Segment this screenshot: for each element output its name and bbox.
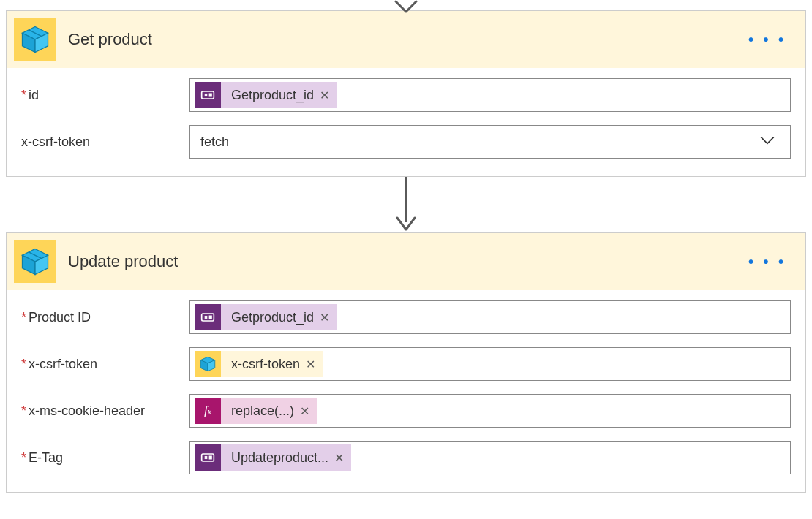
token-remove-button[interactable]: ✕ <box>306 357 315 371</box>
action-title: Get product <box>68 30 732 49</box>
action-menu-button[interactable]: • • • <box>744 29 791 51</box>
param-label: *Product ID <box>21 310 189 325</box>
param-value-cookie[interactable]: fx replace(...) ✕ <box>189 394 791 428</box>
param-value-etag[interactable]: Updateproduct... ✕ <box>189 441 791 474</box>
param-row-csrf: *x-csrf-token x-csrf-token ✕ <box>21 347 791 381</box>
action-menu-button[interactable]: • • • <box>744 251 791 273</box>
param-row-etag: *E-Tag Updateproduct... ✕ <box>21 441 791 474</box>
package-icon <box>195 351 221 377</box>
token-variable[interactable]: Getproduct_id ✕ <box>195 82 337 108</box>
action-header[interactable]: Get product • • • <box>7 11 805 68</box>
connector-icon <box>14 240 56 283</box>
token-text: Getproduct_id <box>231 88 314 103</box>
param-row-id: *id Getproduct_id ✕ <box>21 78 791 112</box>
connector-icon <box>14 18 56 61</box>
token-remove-button[interactable]: ✕ <box>320 311 329 325</box>
token-text: Updateproduct... <box>231 450 328 466</box>
svg-rect-5 <box>209 94 212 97</box>
param-row-product-id: *Product ID Getproduct_id ✕ <box>21 300 791 334</box>
token-text: Getproduct_id <box>231 310 314 325</box>
token-variable[interactable]: Updateproduct... ✕ <box>195 444 351 471</box>
param-row-cookie: *x-ms-cookie-header fx replace(...) ✕ <box>21 394 791 428</box>
action-body: *Product ID Getproduct_id ✕ *x-csrf-toke… <box>7 290 805 492</box>
action-title: Update product <box>68 252 732 271</box>
param-label: *id <box>21 88 189 103</box>
param-value-csrf[interactable]: fetch <box>189 125 791 159</box>
svg-rect-11 <box>202 314 214 321</box>
svg-rect-17 <box>209 456 212 460</box>
token-remove-button[interactable]: ✕ <box>300 404 309 418</box>
svg-rect-4 <box>202 91 214 99</box>
svg-rect-12 <box>209 316 212 319</box>
token-remove-button[interactable]: ✕ <box>320 88 329 102</box>
token-remove-button[interactable]: ✕ <box>334 451 344 465</box>
action-header[interactable]: Update product • • • <box>7 233 805 290</box>
param-label: *x-csrf-token <box>21 357 189 372</box>
chevron-down-icon <box>758 131 786 154</box>
action-body: *id Getproduct_id ✕ x-csrf-token fetch <box>7 68 805 176</box>
select-value: fetch <box>200 135 229 150</box>
param-label: *x-ms-cookie-header <box>21 404 189 419</box>
flow-arrow <box>0 177 812 232</box>
token-action-output[interactable]: x-csrf-token ✕ <box>195 351 323 377</box>
variable-icon <box>195 304 221 330</box>
action-get-product[interactable]: Get product • • • *id Getproduct_id ✕ x-… <box>6 10 806 177</box>
param-value-product-id[interactable]: Getproduct_id ✕ <box>189 300 791 334</box>
package-icon <box>20 246 50 277</box>
token-expression[interactable]: fx replace(...) ✕ <box>195 398 317 424</box>
token-text: replace(...) <box>231 404 294 419</box>
package-icon <box>20 24 50 55</box>
variable-icon <box>195 82 221 108</box>
action-update-product[interactable]: Update product • • • *Product ID Getprod… <box>6 232 806 493</box>
token-text: x-csrf-token <box>231 357 300 372</box>
param-value-id[interactable]: Getproduct_id ✕ <box>189 78 791 112</box>
variable-icon <box>195 444 221 471</box>
param-label: *E-Tag <box>21 450 189 466</box>
svg-rect-16 <box>202 454 214 461</box>
param-row-csrf: x-csrf-token fetch <box>21 125 791 159</box>
param-value-csrf[interactable]: x-csrf-token ✕ <box>189 347 791 381</box>
param-label: x-csrf-token <box>21 135 189 150</box>
fx-icon: fx <box>195 398 221 424</box>
token-variable[interactable]: Getproduct_id ✕ <box>195 304 337 330</box>
